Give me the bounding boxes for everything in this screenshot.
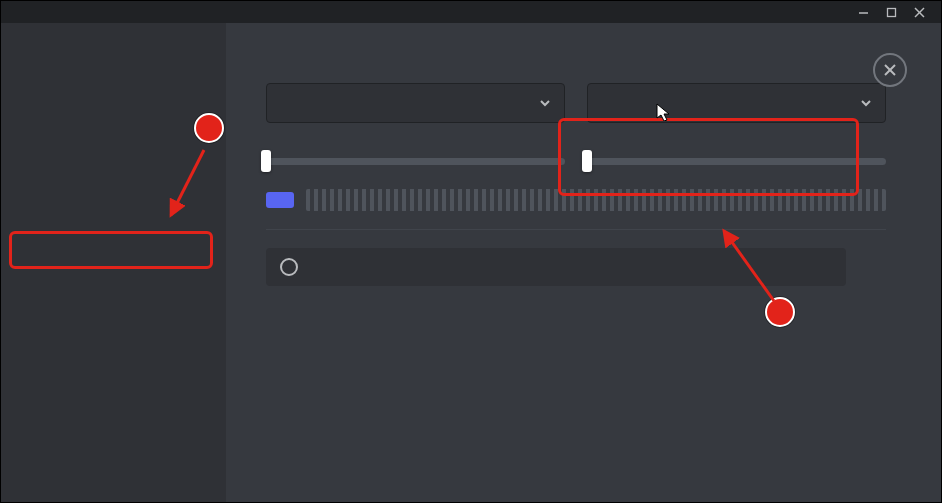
window-minimize-button[interactable] [849, 1, 877, 23]
output-volume-slider[interactable] [587, 151, 886, 171]
voice-settings-panel [226, 23, 926, 286]
window-titlebar [1, 1, 941, 23]
close-settings-button[interactable] [873, 53, 907, 87]
maximize-icon [886, 7, 897, 18]
close-icon [914, 7, 925, 18]
annotation-badge-2 [765, 297, 795, 327]
input-mode-voice-activity[interactable] [266, 248, 846, 286]
lets-check-button[interactable] [266, 192, 294, 208]
input-volume-slider[interactable] [266, 151, 565, 171]
chevron-down-icon [538, 96, 552, 110]
window-maximize-button[interactable] [877, 1, 905, 23]
output-device-select[interactable] [587, 83, 886, 123]
mic-level-meter [306, 189, 886, 211]
sidebar-section-header [13, 33, 218, 57]
window-close-button[interactable] [905, 1, 933, 23]
divider [266, 229, 886, 230]
minimize-icon [858, 7, 869, 18]
close-icon [883, 63, 897, 77]
svg-rect-1 [887, 8, 895, 16]
chevron-down-icon [859, 96, 873, 110]
radio-icon [280, 258, 298, 276]
input-device-select[interactable] [266, 83, 565, 123]
settings-sidebar [1, 23, 226, 502]
